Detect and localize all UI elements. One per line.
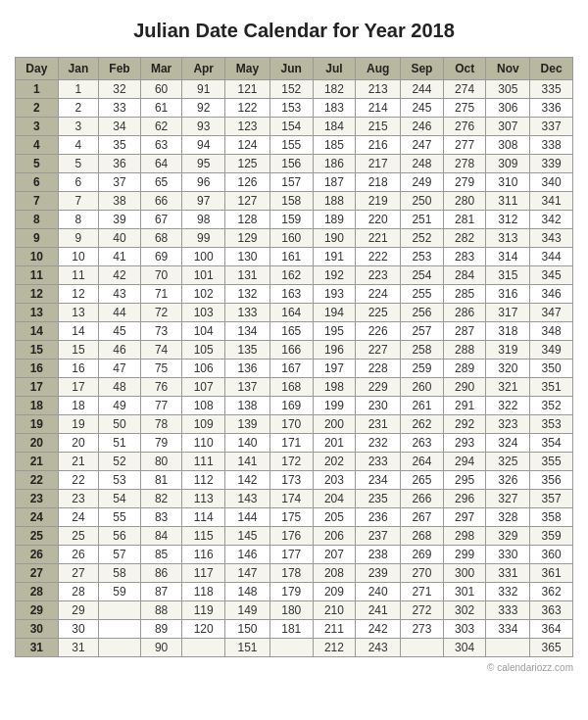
julian-day-value: 152 xyxy=(270,80,313,99)
julian-day-value: 119 xyxy=(182,601,225,620)
julian-day-value: 51 xyxy=(99,434,141,453)
julian-day-value: 60 xyxy=(140,80,182,99)
julian-day-value: 21 xyxy=(58,453,99,471)
julian-day-value: 214 xyxy=(356,99,401,118)
julian-day-value: 133 xyxy=(225,304,270,322)
julian-day-value: 310 xyxy=(486,173,530,192)
julian-day-value xyxy=(401,639,444,657)
julian-day-value: 272 xyxy=(401,601,444,620)
julian-day-value: 144 xyxy=(225,508,270,527)
julian-day-value xyxy=(182,639,225,657)
julian-day-value: 225 xyxy=(356,304,401,322)
julian-day-value: 91 xyxy=(182,80,225,99)
julian-day-value: 160 xyxy=(270,229,313,248)
julian-day-value: 345 xyxy=(530,266,573,285)
julian-day-value: 153 xyxy=(270,99,313,118)
day-label: 23 xyxy=(16,490,59,508)
julian-day-value: 296 xyxy=(443,490,486,508)
julian-day-value: 94 xyxy=(182,136,225,155)
julian-day-value: 216 xyxy=(356,136,401,155)
julian-day-value: 320 xyxy=(486,360,530,378)
julian-day-value: 319 xyxy=(486,341,530,360)
julian-day-value: 215 xyxy=(356,118,401,136)
julian-day-value: 112 xyxy=(182,471,225,490)
julian-day-value: 295 xyxy=(443,471,486,490)
julian-day-value: 146 xyxy=(225,546,270,564)
table-row: 77386697127158188219250280311341 xyxy=(16,192,573,211)
julian-day-value: 251 xyxy=(401,211,444,229)
julian-day-value: 289 xyxy=(443,360,486,378)
julian-day-value: 20 xyxy=(58,434,99,453)
julian-day-value: 24 xyxy=(58,508,99,527)
julian-day-value: 328 xyxy=(486,508,530,527)
julian-day-value: 151 xyxy=(225,639,270,657)
day-label: 12 xyxy=(16,285,59,304)
column-header-oct: Oct xyxy=(443,58,486,80)
julian-day-value: 38 xyxy=(99,192,141,211)
julian-day-value: 80 xyxy=(140,453,182,471)
julian-day-value: 8 xyxy=(58,211,99,229)
julian-day-value: 25 xyxy=(58,527,99,546)
julian-day-value: 291 xyxy=(443,397,486,415)
julian-day-value: 267 xyxy=(401,508,444,527)
julian-day-value: 363 xyxy=(530,601,573,620)
julian-day-value: 269 xyxy=(401,546,444,564)
julian-day-value: 317 xyxy=(486,304,530,322)
day-label: 22 xyxy=(16,471,59,490)
julian-day-value: 103 xyxy=(182,304,225,322)
julian-day-value: 126 xyxy=(225,173,270,192)
table-row: 25255684115145176206237268298329359 xyxy=(16,527,573,546)
julian-day-value: 201 xyxy=(313,434,356,453)
julian-day-value: 107 xyxy=(182,378,225,397)
julian-day-value: 211 xyxy=(313,620,356,639)
julian-day-value: 185 xyxy=(313,136,356,155)
julian-day-value: 115 xyxy=(182,527,225,546)
julian-day-value: 281 xyxy=(443,211,486,229)
table-row: 28285987118148179209240271301332362 xyxy=(16,583,573,601)
julian-day-value: 324 xyxy=(486,434,530,453)
julian-day-value: 84 xyxy=(140,527,182,546)
julian-day-value: 285 xyxy=(443,285,486,304)
julian-day-value: 92 xyxy=(182,99,225,118)
julian-day-value: 196 xyxy=(313,341,356,360)
julian-day-value: 57 xyxy=(99,546,141,564)
julian-day-value: 277 xyxy=(443,136,486,155)
day-label: 3 xyxy=(16,118,59,136)
julian-day-value: 179 xyxy=(270,583,313,601)
julian-day-value: 357 xyxy=(530,490,573,508)
julian-day-value: 198 xyxy=(313,378,356,397)
table-row: 19195078109139170200231262292323353 xyxy=(16,415,573,434)
day-label: 15 xyxy=(16,341,59,360)
julian-day-value: 78 xyxy=(140,415,182,434)
julian-day-value xyxy=(270,639,313,657)
julian-day-value: 22 xyxy=(58,471,99,490)
julian-day-value: 276 xyxy=(443,118,486,136)
julian-day-value: 245 xyxy=(401,99,444,118)
julian-day-value: 170 xyxy=(270,415,313,434)
day-label: 31 xyxy=(16,639,59,657)
julian-day-value: 14 xyxy=(58,322,99,341)
julian-day-value: 288 xyxy=(443,341,486,360)
julian-day-value: 111 xyxy=(182,453,225,471)
julian-day-value: 41 xyxy=(99,248,141,266)
footer-credit: © calendariozz.com xyxy=(15,662,573,673)
julian-day-value: 161 xyxy=(270,248,313,266)
table-row: 21215280111141172202233264294325355 xyxy=(16,453,573,471)
julian-day-value: 287 xyxy=(443,322,486,341)
julian-day-value: 147 xyxy=(225,564,270,583)
julian-day-value: 120 xyxy=(182,620,225,639)
julian-day-value: 299 xyxy=(443,546,486,564)
julian-day-value: 237 xyxy=(356,527,401,546)
julian-day-value: 361 xyxy=(530,564,573,583)
julian-day-value: 45 xyxy=(99,322,141,341)
julian-day-value: 330 xyxy=(486,546,530,564)
column-header-may: May xyxy=(225,58,270,80)
table-row: 44356394124155185216247277308338 xyxy=(16,136,573,155)
julian-day-value: 104 xyxy=(182,322,225,341)
julian-day-value: 332 xyxy=(486,583,530,601)
julian-day-value: 271 xyxy=(401,583,444,601)
table-row: 24245583114144175205236267297328358 xyxy=(16,508,573,527)
julian-day-value: 96 xyxy=(182,173,225,192)
julian-day-value: 202 xyxy=(313,453,356,471)
julian-day-value: 337 xyxy=(530,118,573,136)
